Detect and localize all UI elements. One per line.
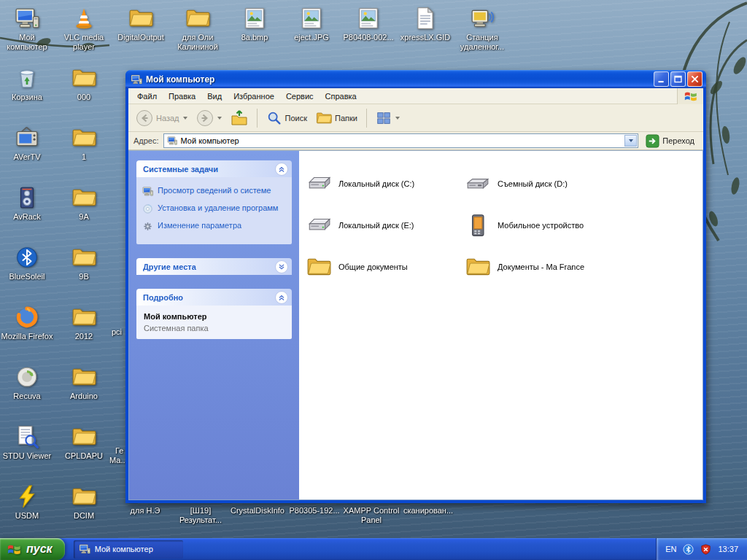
desktop-icon[interactable]: 8a.bmp xyxy=(228,6,281,42)
desktop-icon[interactable]: 000 xyxy=(58,66,110,102)
folder-icon xyxy=(71,365,96,389)
system-tasks-header[interactable]: Системные задачи xyxy=(136,160,292,177)
folders-button[interactable]: Папки xyxy=(312,108,361,128)
collapse-chevron-button[interactable] xyxy=(275,163,288,176)
desktop-icon-label[interactable]: [Ш19] Результат... xyxy=(170,506,231,525)
desktop-icon[interactable]: Recuva xyxy=(1,365,53,401)
details-header[interactable]: Подробно xyxy=(136,289,292,306)
desktop-icon[interactable]: AVerTV xyxy=(1,125,53,162)
desktop-icon[interactable]: DigitalOutput xyxy=(115,6,167,42)
close-button[interactable] xyxy=(687,71,703,87)
other-places-header[interactable]: Другие места xyxy=(136,258,292,275)
task-link[interactable]: Просмотр сведений о системе xyxy=(142,186,286,197)
desktop-icon[interactable]: 9B xyxy=(58,245,110,281)
desktop-icon[interactable]: DCIM xyxy=(58,484,110,521)
desktop-icon[interactable]: Mozilla Firefox xyxy=(1,305,53,341)
taskbar-task-my-computer[interactable]: Мой компьютер xyxy=(74,540,183,559)
desktop-icon[interactable]: VLC media player xyxy=(58,6,110,52)
partial-desktop-label[interactable]: Ге xyxy=(115,446,123,456)
item-label: Локальный диск (E:) xyxy=(338,221,414,230)
views-button[interactable] xyxy=(372,108,403,128)
menu-item[interactable]: Вид xyxy=(201,90,228,103)
title-bar[interactable]: Мой компьютер xyxy=(125,70,706,88)
bluetooth-tray-icon[interactable] xyxy=(683,544,694,555)
drive-or-folder-item[interactable]: Локальный диск (C:) xyxy=(306,163,465,204)
up-folder-icon xyxy=(231,109,248,127)
windows-flag-icon xyxy=(7,542,22,557)
desktop-icon[interactable]: для Оли Калининой xyxy=(171,6,224,52)
partial-desktop-label[interactable]: Ма... xyxy=(109,456,128,465)
collapse-chevron-button[interactable] xyxy=(275,291,288,304)
desktop-icon[interactable]: STDU Viewer xyxy=(1,424,53,461)
partial-desktop-label[interactable]: pci xyxy=(112,327,122,337)
clock[interactable]: 13:37 xyxy=(718,545,738,553)
avrack-icon xyxy=(15,185,39,210)
go-button[interactable]: Переход xyxy=(643,133,700,149)
desktop-icon-label: Mozilla Firefox xyxy=(1,332,53,341)
desktop-icon[interactable]: eject.JPG xyxy=(285,6,338,42)
drive-icon xyxy=(306,171,331,196)
desktop-icon[interactable]: USDM xyxy=(1,484,53,521)
up-button[interactable] xyxy=(227,107,252,129)
desktop-icon[interactable]: 9A xyxy=(58,185,110,222)
file-icon xyxy=(413,6,438,31)
drive-or-folder-item[interactable]: Общие документы xyxy=(306,246,465,287)
item-label: Съемный диск (D:) xyxy=(498,179,568,188)
desktop-icon[interactable]: AvRack xyxy=(1,185,53,222)
image-icon xyxy=(356,6,381,31)
desktop-icon[interactable]: xpressLX.GID xyxy=(399,6,452,42)
menu-item[interactable]: Избранное xyxy=(228,90,280,103)
maximize-button[interactable] xyxy=(670,71,686,87)
language-indicator[interactable]: EN xyxy=(665,545,676,553)
desktop-icon[interactable]: P80408-002... xyxy=(342,6,395,42)
avertv-icon xyxy=(15,125,39,150)
menu-item[interactable]: Сервис xyxy=(280,90,320,103)
address-dropdown-button[interactable] xyxy=(624,135,637,147)
folder-icon xyxy=(71,484,96,509)
folder-icon xyxy=(128,6,153,31)
desktop-icon-label: 9A xyxy=(58,212,110,222)
address-bar: Адрес: Мой компьютер Переход xyxy=(128,132,703,150)
desktop-icon-label: VLC media player xyxy=(58,33,110,52)
drive-or-folder-item[interactable]: Съемный диск (D:) xyxy=(465,163,655,204)
system-tray: EN 13:37 xyxy=(656,538,747,560)
desktop-icon[interactable]: 1 xyxy=(58,125,110,162)
desktop-icon[interactable]: CPLDAPU xyxy=(58,424,110,461)
desktop-icon[interactable]: BlueSoleil xyxy=(1,245,53,281)
back-button[interactable]: Назад xyxy=(132,107,191,129)
forward-button[interactable] xyxy=(193,107,225,129)
start-button[interactable]: пуск xyxy=(0,538,65,560)
drive-or-folder-item[interactable]: Документы - Ma France xyxy=(465,246,655,287)
image-icon xyxy=(242,6,267,31)
desktop-icon-label: USDM xyxy=(1,511,53,521)
drive-or-folder-item[interactable]: Локальный диск (E:) xyxy=(306,204,465,246)
address-combo[interactable]: Мой компьютер xyxy=(163,133,639,148)
desktop-icon[interactable]: Корзина xyxy=(1,66,53,102)
item-label: Мобильное устройство xyxy=(498,221,584,230)
desktop-icon[interactable]: Мой компьютер xyxy=(1,6,53,52)
minimize-button[interactable] xyxy=(654,71,669,87)
desktop-icon-label[interactable]: XAMPP Control Panel xyxy=(341,506,402,525)
security-shield-tray-icon[interactable] xyxy=(700,544,711,555)
menu-item[interactable]: Правка xyxy=(163,90,201,103)
drive-or-folder-item[interactable]: Мобильное устройство xyxy=(465,204,655,246)
address-computer-icon xyxy=(167,136,177,146)
desktop-icon-label[interactable]: для Н.Э xyxy=(115,506,176,516)
desktop-icon[interactable]: Станция удаленног... xyxy=(456,6,508,52)
desktop-icon-label: BlueSoleil xyxy=(1,272,53,281)
desktop-icon-label[interactable]: CrystalDiskInfo xyxy=(227,506,288,516)
expand-chevron-button[interactable] xyxy=(275,260,288,273)
details-item-name: Мой компьютер xyxy=(144,312,285,321)
desktop-icon-label: xpressLX.GID xyxy=(399,33,452,42)
task-link[interactable]: Установка и удаление программ xyxy=(142,203,286,214)
desktop-icon[interactable]: Arduino xyxy=(58,365,110,401)
desktop-icon-label: DigitalOutput xyxy=(115,33,167,42)
desktop-icon-label[interactable]: сканирован... xyxy=(398,506,459,516)
window-computer-icon[interactable] xyxy=(131,74,142,85)
menu-item[interactable]: Файл xyxy=(131,90,163,103)
desktop-icon-label[interactable]: P80305-192... xyxy=(284,506,345,516)
search-button[interactable]: Поиск xyxy=(263,108,311,128)
menu-item[interactable]: Справка xyxy=(320,90,363,103)
task-link[interactable]: Изменение параметра xyxy=(142,221,286,232)
desktop-icon[interactable]: 2012 xyxy=(58,305,110,341)
